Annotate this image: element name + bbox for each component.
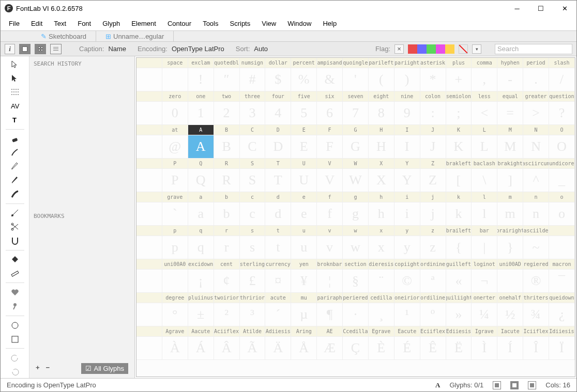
glyph-header[interactable] [136, 159, 162, 169]
glyph-cell[interactable]: 7 [343, 102, 369, 125]
glyph-cell[interactable]: d [265, 202, 291, 226]
glyph-cell[interactable]: P [162, 169, 188, 192]
glyph-cell[interactable]: + [446, 68, 472, 91]
glyph-cell[interactable]: _ [549, 169, 575, 192]
glyph-header[interactable]: N [523, 125, 549, 135]
glyph-header[interactable] [136, 259, 162, 270]
glyph-cell[interactable]: g [343, 202, 369, 226]
glyph-header[interactable]: comma [472, 58, 497, 68]
glyph-header[interactable]: Idiiesis [549, 326, 575, 337]
glyph-cell[interactable]: ¾ [523, 303, 549, 326]
glyph-header[interactable]: quotedbl [214, 58, 240, 68]
glyph-cell[interactable]: ¤ [265, 270, 291, 293]
glyph-header[interactable]: J [420, 125, 446, 135]
glyph-header[interactable]: pluiinus [188, 293, 214, 303]
glyph-cell[interactable]: ¢ [214, 270, 240, 293]
glyph-header[interactable]: two [214, 91, 240, 102]
glyph-header[interactable]: R [214, 159, 240, 169]
glyph-cell[interactable]: Y [394, 169, 420, 192]
glyph-header[interactable]: T [265, 159, 291, 169]
glyph-cell[interactable]: 2 [214, 102, 240, 125]
glyph-cell[interactable] [549, 236, 575, 259]
glyph-cell[interactable] [162, 68, 188, 91]
glyph-header[interactable]: four [265, 91, 291, 102]
glyph-header[interactable]: space [162, 58, 188, 68]
glyph-cell[interactable]: ¿ [549, 303, 575, 326]
glyph-cell[interactable] [136, 68, 162, 91]
menu-font[interactable]: Font [72, 18, 96, 29]
glyph-header[interactable]: braileft [446, 226, 472, 236]
glyph-cell[interactable]: = [497, 102, 523, 125]
glyph-header[interactable]: periered [343, 293, 369, 303]
glyph-cell[interactable]: ¹ [394, 303, 420, 326]
glyph-cell[interactable]: A [188, 135, 214, 159]
maximize-button[interactable]: ☐ [529, 1, 553, 16]
circle-icon[interactable] [8, 319, 22, 332]
glyph-header[interactable]: excidown [188, 259, 214, 270]
glyph-cell[interactable]: ± [188, 303, 214, 326]
glyph-cell[interactable]: , [472, 68, 497, 91]
glyph-header[interactable]: baclash [472, 159, 497, 169]
glyph-header[interactable]: question [549, 91, 575, 102]
glyph-cell[interactable]: 4 [265, 102, 291, 125]
flag-swatch-3[interactable] [436, 44, 445, 54]
glyph-cell[interactable]: J [420, 135, 446, 159]
glyph-header[interactable]: pariight [394, 58, 420, 68]
glyph-header[interactable]: L [472, 125, 497, 135]
glyph-header[interactable]: twoirior [214, 293, 240, 303]
glyph-header[interactable]: y [394, 226, 420, 236]
glyph-cell[interactable]: i [394, 202, 420, 226]
glyph-header[interactable]: less [472, 91, 497, 102]
glyph-header[interactable]: numsign [240, 58, 266, 68]
glyph-cell[interactable]: Ã [240, 337, 266, 360]
view-single-button[interactable] [19, 44, 31, 54]
glyph-cell[interactable]: r [214, 236, 240, 259]
view-mode-3-button[interactable] [528, 381, 536, 389]
glyph-cell[interactable]: » [446, 303, 472, 326]
view-grid-button[interactable] [35, 44, 46, 54]
glyph-header[interactable] [136, 226, 162, 236]
pointer-icon[interactable] [8, 72, 22, 85]
glyph-cell[interactable]: & [317, 68, 343, 91]
glyph-cell[interactable]: y [394, 236, 420, 259]
glyph-cell[interactable]: 6 [317, 102, 343, 125]
glyph-header[interactable]: Aacute [188, 326, 214, 337]
glyph-cell[interactable]: a [188, 202, 214, 226]
flag-dropdown-button[interactable]: ▾ [472, 44, 481, 54]
glyph-header[interactable]: cent [214, 259, 240, 270]
view-mode-1-button[interactable] [493, 381, 501, 389]
glyph-cell[interactable]: v [317, 236, 343, 259]
glyph-cell[interactable]: Â [214, 337, 240, 360]
glyph-cell[interactable] [162, 270, 188, 293]
close-button[interactable]: ✕ [553, 1, 576, 16]
info-button[interactable]: i [5, 44, 15, 54]
glyph-header[interactable]: D [265, 125, 291, 135]
glyph-header[interactable]: C [240, 125, 266, 135]
glyph-header[interactable]: grave [162, 192, 188, 202]
menu-file[interactable]: File [4, 18, 25, 29]
glyph-header[interactable]: U [291, 159, 317, 169]
glyph-cell[interactable]: p [162, 236, 188, 259]
glyph-cell[interactable]: f [317, 202, 343, 226]
glyph-header[interactable]: thriters [523, 293, 549, 303]
glyph-cell[interactable]: h [369, 202, 394, 226]
glyph-cell[interactable] [136, 135, 162, 159]
encoding-value[interactable]: OpenType LatPro [172, 45, 224, 53]
menu-glyph[interactable]: Glyph [97, 18, 125, 29]
glyph-cell[interactable]: Ç [343, 337, 369, 360]
glyph-cell[interactable]: E [291, 135, 317, 159]
glyph-header[interactable]: w [343, 226, 369, 236]
glyph-cell[interactable] [136, 303, 162, 326]
glyph-header[interactable]: three [240, 91, 266, 102]
glyph-cell[interactable]: q [188, 236, 214, 259]
glyph-header[interactable]: o [549, 192, 575, 202]
glyph-cell[interactable]: ~ [523, 236, 549, 259]
glyph-cell[interactable]: Å [291, 337, 317, 360]
glyph-header[interactable]: c [240, 192, 266, 202]
glyph-cell[interactable]: j [420, 202, 446, 226]
glyph-cell[interactable]: : [420, 102, 446, 125]
glyph-header[interactable]: colon [420, 91, 446, 102]
glyph-cell[interactable]: X [369, 169, 394, 192]
pen-icon[interactable] [8, 160, 22, 173]
pin-icon[interactable] [8, 300, 22, 312]
